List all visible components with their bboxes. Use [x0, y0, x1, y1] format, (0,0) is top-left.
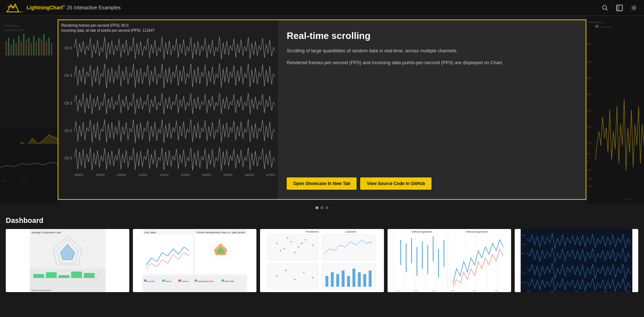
svg-rect-80 [162, 279, 165, 282]
thumbnail-3[interactable]: PointSeries ListSeries [260, 229, 384, 292]
svg-rect-117 [363, 274, 366, 287]
svg-text:Development Costs: Development Costs [198, 280, 214, 282]
svg-rect-112 [336, 274, 339, 287]
channel-label-ch5: Ch 5 [61, 46, 72, 50]
svg-point-104 [276, 275, 278, 277]
svg-rect-16 [13, 39, 14, 56]
svg-text:-2.5n: -2.5n [413, 290, 417, 292]
featured-desc-1: Scrolling of large quantitities of rando… [287, 47, 577, 55]
channel-label-ch1: Ch 1 [61, 156, 72, 160]
svg-text:Sep: Sep [2, 179, 7, 182]
svg-rect-38 [586, 16, 644, 203]
channel-row-ch2: Ch 2 [61, 117, 275, 144]
svg-rect-86 [222, 279, 224, 282]
svg-rect-19 [21, 41, 22, 56]
svg-text:100: 100 [587, 142, 591, 144]
showcase-area: Powered by LightningChart® [0, 16, 644, 203]
channel-wave-ch3 [74, 90, 275, 116]
svg-rect-72 [143, 234, 193, 274]
svg-text:Power Consumption: Power Consumption [32, 289, 51, 291]
svg-rect-6 [617, 5, 620, 11]
svg-rect-13 [5, 41, 7, 56]
featured-title: Real-time scrolling [287, 30, 577, 41]
svg-point-101 [301, 243, 303, 244]
svg-rect-66 [71, 272, 82, 278]
svg-rect-27 [41, 39, 42, 56]
svg-text:-50: -50 [587, 169, 591, 171]
svg-point-98 [280, 250, 281, 251]
svg-text:500: 500 [527, 290, 530, 292]
svg-text:Render agent: Render agent [599, 26, 613, 28]
svg-rect-29 [46, 41, 47, 56]
channel-wave-ch5 [74, 35, 275, 61]
search-icon[interactable] [601, 4, 609, 12]
svg-text:100000s: 100000s [622, 198, 632, 200]
svg-text:350: 350 [587, 61, 591, 63]
svg-text:Present: Present [165, 280, 172, 282]
indicator-dot-1[interactable] [316, 206, 318, 209]
chart-display: Rendering frames-per-second (FPS): 60.0 … [58, 20, 278, 199]
thumbnail-4[interactable]: Vertical regression Vertical progression [388, 229, 511, 292]
view-source-button[interactable]: View Source Code In GitHub [360, 177, 431, 190]
channel-label-ch2: Ch 2 [61, 129, 72, 133]
svg-rect-25 [36, 41, 37, 56]
svg-text:1500: 1500 [521, 234, 525, 237]
svg-text:0: 0 [587, 160, 589, 162]
svg-text:150: 150 [587, 126, 591, 128]
svg-point-99 [287, 237, 289, 239]
svg-rect-15 [10, 45, 12, 56]
channel-label-ch3: Ch 3 [61, 101, 72, 105]
channel-row-ch5: Ch 5 [61, 35, 275, 61]
svg-text:0: 0 [521, 263, 522, 265]
svg-text:0: 0 [595, 198, 597, 200]
svg-point-93 [283, 248, 285, 250]
theme-toggle-icon[interactable] [615, 4, 624, 12]
svg-rect-28 [43, 34, 45, 56]
svg-text:-500: -500 [521, 272, 525, 274]
channel-wave-ch1 [74, 145, 275, 172]
svg-text:ListSeries: ListSeries [345, 230, 357, 233]
svg-rect-63 [33, 274, 44, 278]
settings-icon[interactable] [630, 4, 638, 12]
svg-point-106 [294, 279, 296, 280]
svg-point-2 [603, 5, 607, 9]
svg-text:Sep: Sep [22, 179, 27, 182]
header-toolbar [601, 4, 638, 12]
svg-rect-30 [48, 38, 50, 56]
svg-text:Rendering sp...: Rendering sp... [588, 21, 605, 24]
featured-panel: Rendering frames-per-second (FPS): 60.0 … [58, 19, 586, 200]
indicator-dot-2[interactable] [321, 206, 323, 209]
svg-point-100 [294, 252, 296, 253]
svg-rect-17 [15, 43, 17, 56]
thumbnail-2[interactable]: Live Sales Product development costs vs.… [133, 229, 256, 292]
channel-wave-ch2 [74, 117, 275, 144]
indicator-dot-3[interactable] [326, 206, 328, 209]
svg-text:5500: 5500 [625, 290, 629, 292]
svg-text:Product development costs vs. : Product development costs vs. sales prof… [197, 231, 245, 234]
svg-rect-26 [38, 38, 40, 56]
logo: Arction LightningChart® JS Interactive E… [6, 3, 121, 13]
svg-text:50: 50 [587, 153, 590, 155]
svg-rect-22 [28, 38, 30, 56]
svg-rect-122 [393, 233, 447, 289]
channel-wave-ch4 [74, 62, 275, 89]
thumbnail-1[interactable]: Average Component Load Power Consumption [6, 229, 129, 292]
svg-text:Forecast: Forecast [182, 280, 189, 282]
open-showcase-button[interactable]: Open Showcase In New Tab [287, 177, 357, 190]
svg-rect-111 [331, 272, 334, 287]
svg-rect-82 [179, 279, 181, 282]
channel-row-ch1: Ch 1 [61, 145, 275, 172]
svg-text:Live Sales: Live Sales [144, 231, 156, 234]
svg-rect-35 [0, 144, 58, 184]
dashboard-title: Dashboard [6, 216, 638, 225]
svg-text:500: 500 [521, 252, 524, 255]
svg-text:Last Sale: Last Sale [147, 280, 155, 282]
svg-rect-91 [268, 234, 318, 260]
svg-text:250: 250 [587, 93, 591, 96]
svg-text:3000: 3000 [574, 290, 578, 292]
featured-description: Real-time scrolling Scrolling of large q… [278, 20, 586, 199]
chart-channels: Ch 5 Ch 4 [61, 35, 275, 172]
svg-point-107 [303, 272, 305, 273]
thumbnail-5[interactable]: 1500 1000 500 0 -500 -1000 500 1500 3000… [515, 229, 638, 292]
svg-rect-113 [342, 270, 345, 287]
